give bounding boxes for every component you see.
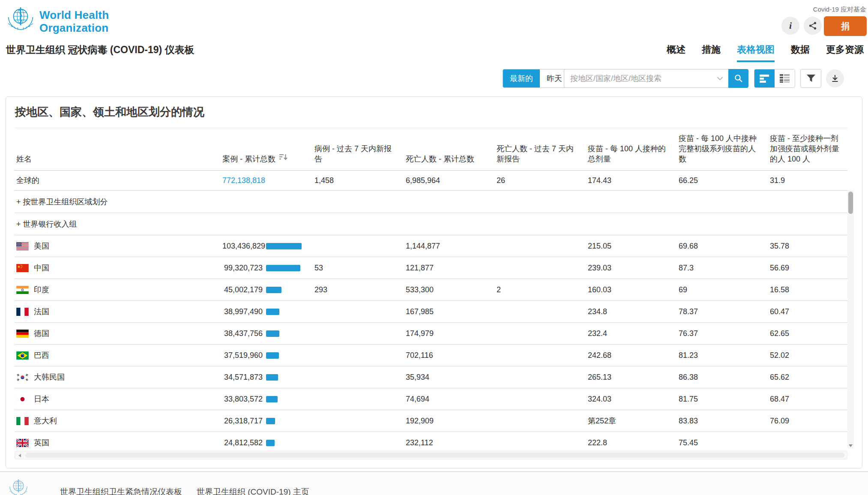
column-header-vax-booster[interactable]: 疫苗 - 至少接种一剂加强疫苗或额外剂量的人 100 人 bbox=[761, 128, 847, 170]
filter-funnel-icon bbox=[806, 74, 816, 83]
share-button[interactable] bbox=[804, 17, 822, 35]
download-icon bbox=[831, 74, 839, 83]
cell-vax-total: 239.03 bbox=[579, 264, 670, 273]
scroll-down-arrow-icon[interactable] bbox=[848, 444, 853, 447]
nav-item-table-view[interactable]: 表格视图 bbox=[737, 43, 775, 62]
country-row[interactable]: 中国99,320,72353121,877239.0387.356.69 bbox=[15, 257, 847, 279]
cell-name: 日本 bbox=[15, 394, 213, 404]
country-name: 意大利 bbox=[34, 416, 57, 426]
flag-icon-br bbox=[16, 351, 29, 360]
info-button[interactable]: i bbox=[781, 17, 799, 35]
cell-vax-total: 242.68 bbox=[579, 351, 670, 360]
cell-vax-booster: 52.02 bbox=[761, 351, 847, 360]
country-row[interactable]: 法国38,997,490167,985234.878.3760.47 bbox=[15, 300, 847, 322]
cell-cases: 38,997,490 bbox=[213, 307, 305, 316]
logo-line2: Organization bbox=[39, 21, 109, 34]
cell-vax-primary: 86.38 bbox=[670, 373, 761, 382]
country-name: 德国 bbox=[34, 328, 49, 339]
column-header-new-deaths-7d[interactable]: 死亡人数 - 过去 7 天内新报告 bbox=[488, 128, 579, 170]
nav-item-overview[interactable]: 概述 bbox=[667, 43, 685, 62]
expand-group-row-1[interactable]: + 按世界卫生组织区域划分 bbox=[15, 191, 847, 213]
column-header-new-cases-7d[interactable]: 病例 - 过去 7 天内新报告 bbox=[305, 128, 397, 170]
download-button[interactable] bbox=[826, 69, 844, 87]
flag-icon-kr bbox=[16, 373, 29, 381]
cell-deaths: 121,877 bbox=[397, 264, 488, 273]
cell-name: 印度 bbox=[15, 285, 213, 295]
nav-item-measures[interactable]: 措施 bbox=[702, 43, 721, 62]
vertical-scrollbar-thumb[interactable] bbox=[848, 192, 853, 214]
sort-descending-icon[interactable] bbox=[279, 153, 288, 163]
cell-cases: 37,519,960 bbox=[213, 351, 305, 360]
column-header-label: 死亡人数 - 累计总数 bbox=[406, 154, 474, 164]
nav-item-data[interactable]: 数据 bbox=[791, 43, 810, 62]
search-input[interactable] bbox=[569, 74, 717, 84]
cases-value: 33,803,572 bbox=[222, 395, 263, 404]
who-logo-emblem-icon bbox=[7, 5, 34, 34]
footer-link-who-health-emergencies-dashboard[interactable]: 世界卫生组织卫生紧急情况仪表板 bbox=[60, 486, 182, 495]
country-row[interactable]: 日本33,803,57274,694324.0381.7568.47 bbox=[15, 388, 847, 410]
horizontal-scrollbar[interactable] bbox=[15, 451, 847, 459]
cell-deaths: 167,985 bbox=[397, 307, 488, 316]
column-header-name[interactable]: 姓名 bbox=[15, 128, 213, 170]
country-row[interactable]: 巴西37,519,960702,116242.6881.2352.02 bbox=[15, 344, 847, 366]
grid-view-button[interactable] bbox=[775, 69, 795, 87]
flag-icon-in bbox=[16, 286, 29, 294]
country-name: 中国 bbox=[34, 263, 49, 273]
scroll-left-arrow-icon[interactable] bbox=[18, 453, 21, 458]
search-icon bbox=[734, 74, 743, 83]
filter-button[interactable] bbox=[800, 69, 821, 88]
group-label: + 按世界卫生组织区域划分 bbox=[16, 197, 108, 207]
global-cases-link[interactable]: 772,138,818 bbox=[222, 176, 263, 185]
grid-view-icon bbox=[780, 74, 790, 83]
country-row[interactable]: 大韩民国34,571,87335,934265.1386.3865.62 bbox=[15, 366, 847, 388]
view-toggle-group bbox=[754, 69, 795, 88]
cell-new-deaths: 2 bbox=[488, 285, 579, 294]
cell-vax-primary: 76.37 bbox=[670, 329, 761, 338]
expand-group-row-2[interactable]: + 世界银行收入组 bbox=[15, 213, 847, 235]
cell-vax-total: 160.03 bbox=[579, 285, 670, 294]
latest-toggle-button[interactable]: 最新的 bbox=[503, 69, 540, 87]
cell-vax-total: 324.03 bbox=[579, 395, 670, 404]
country-row[interactable]: 意大利26,318,717192,909第252章83.8376.09 bbox=[15, 410, 847, 432]
column-header-deaths-total[interactable]: 死亡人数 - 累计总数 bbox=[397, 128, 488, 170]
cell-cases: 34,571,873 bbox=[213, 373, 305, 382]
cell-new-cases: 1,458 bbox=[305, 176, 397, 185]
country-name: 印度 bbox=[34, 285, 49, 295]
cell-cases: 772,138,818 bbox=[213, 176, 305, 185]
cases-value: 45,002,179 bbox=[222, 285, 263, 294]
country-row[interactable]: 美国103,436,8291,144,877215.0569.6835.78 bbox=[15, 235, 847, 257]
bar-view-button[interactable] bbox=[754, 69, 775, 87]
country-row[interactable]: 印度45,002,179293533,3002160.036916.58 bbox=[15, 279, 847, 300]
footer-link-who-covid19-home[interactable]: 世界卫生组织 (COVID-19) 主页 bbox=[197, 486, 309, 495]
cases-value: 103,436,829 bbox=[222, 242, 263, 251]
cases-bar bbox=[266, 352, 279, 359]
cell-deaths: 702,116 bbox=[397, 351, 488, 360]
cell-cases: 38,437,756 bbox=[213, 329, 305, 338]
vertical-scrollbar[interactable] bbox=[847, 190, 854, 448]
country-row[interactable]: 英国24,812,582232,112222.875.45 bbox=[15, 432, 847, 453]
column-header-label: 疫苗 - 至少接种一剂加强疫苗或额外剂量的人 100 人 bbox=[770, 133, 845, 164]
cell-name: 巴西 bbox=[15, 350, 213, 360]
cases-value: 26,318,717 bbox=[222, 417, 263, 426]
country-name: 法国 bbox=[34, 306, 49, 317]
cases-bar bbox=[266, 287, 281, 293]
global-row[interactable]: 全球的 772,138,818 1,458 6,985,964 26 174.4… bbox=[15, 171, 847, 190]
footer-links: 世界卫生组织卫生紧急情况仪表板世界卫生组织 (COVID-19) 主页 bbox=[60, 486, 309, 495]
who-footer-emblem-icon bbox=[9, 478, 28, 495]
cell-new-deaths: 26 bbox=[488, 176, 579, 185]
country-name: 英国 bbox=[34, 438, 49, 448]
flag-icon-jp bbox=[16, 395, 29, 403]
column-header-vax-total-doses[interactable]: 疫苗 - 每 100 人接种的总剂量 bbox=[579, 128, 670, 170]
search-button[interactable] bbox=[728, 69, 748, 88]
nav-item-more-resources[interactable]: 更多资源 bbox=[826, 43, 864, 62]
table-title: 按地区、国家、领土和地区划分的情况 bbox=[15, 105, 204, 120]
chevron-down-icon[interactable] bbox=[717, 77, 723, 81]
donate-button[interactable]: 捐 bbox=[824, 16, 867, 36]
country-row[interactable]: 德国38,437,756174,979232.476.3762.65 bbox=[15, 322, 847, 344]
column-header-vax-primary-series[interactable]: 疫苗 - 每 100 人中接种完整初级系列疫苗的人数 bbox=[670, 128, 761, 170]
horizontal-scrollbar-thumb[interactable] bbox=[25, 453, 844, 458]
cell-vax-total: 174.43 bbox=[579, 176, 670, 185]
cell-deaths: 232,112 bbox=[397, 438, 488, 447]
column-header-cases-total[interactable]: 案例 - 累计总数 bbox=[213, 128, 305, 170]
cell-vax-total: 232.4 bbox=[579, 329, 670, 338]
